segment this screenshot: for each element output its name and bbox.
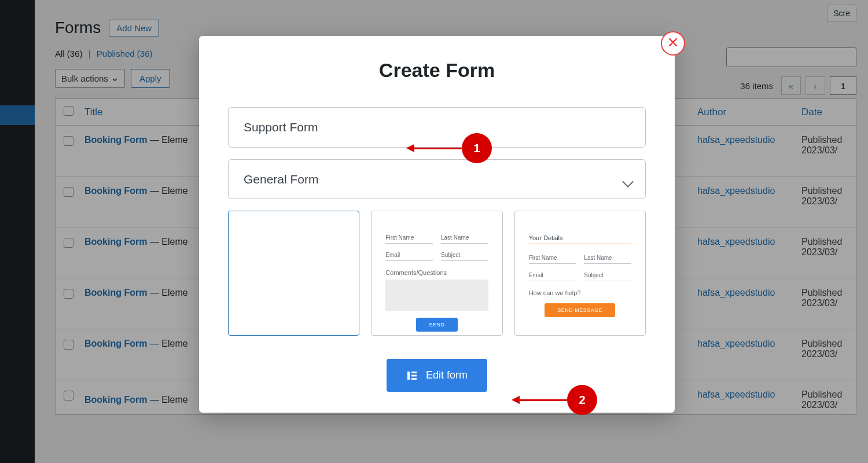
close-icon (667, 36, 679, 50)
tpl-send-button: SEND MESSAGE (545, 303, 615, 317)
tpl-label: How can we help? (529, 289, 581, 296)
tpl-label: First Name (529, 255, 576, 261)
modal-title: Create Form (228, 59, 646, 82)
tpl-label: Comments/Questions (385, 269, 447, 276)
svg-rect-5 (411, 378, 417, 380)
tpl-label: Last Name (441, 234, 488, 241)
tpl-send-button: SEND (416, 318, 457, 332)
tpl-label: Email (385, 252, 433, 258)
template-list: First Name Last Name Email Subject Comme… (228, 211, 646, 336)
elementor-icon (406, 370, 418, 381)
svg-rect-2 (407, 372, 410, 380)
template-contact-2[interactable]: Your Details First Name Last Name Email … (514, 211, 646, 336)
svg-rect-4 (411, 374, 417, 376)
tpl-underline (584, 281, 631, 281)
tpl-label: First Name (385, 234, 433, 241)
create-form-modal: Create Form General Form First Name Last… (199, 36, 675, 413)
modal-footer: Edit form (228, 359, 646, 392)
tpl-underline (529, 281, 576, 281)
tpl-label: Subject (441, 252, 488, 258)
edit-form-button[interactable]: Edit form (387, 359, 487, 392)
template-contact-1[interactable]: First Name Last Name Email Subject Comme… (371, 211, 502, 336)
tpl-underline (529, 263, 576, 264)
tpl-underline (441, 260, 488, 261)
tpl-label: Email (529, 272, 576, 278)
tpl-underline (584, 263, 631, 264)
modal-close-button[interactable] (661, 31, 685, 56)
template-blank[interactable] (228, 211, 359, 336)
edit-form-label: Edit form (426, 369, 468, 381)
tpl-underline (385, 243, 433, 244)
tpl-label: Subject (584, 272, 631, 278)
tpl-underline (441, 243, 488, 244)
tpl-underline (385, 260, 433, 261)
form-name-input[interactable] (228, 107, 646, 148)
tpl-textarea (385, 280, 488, 311)
tpl-heading-underline (529, 244, 631, 244)
tpl-heading: Your Details (529, 234, 631, 241)
svg-rect-3 (411, 372, 417, 373)
tpl-label: Last Name (584, 255, 631, 261)
form-type-select[interactable]: General Form (228, 159, 646, 199)
